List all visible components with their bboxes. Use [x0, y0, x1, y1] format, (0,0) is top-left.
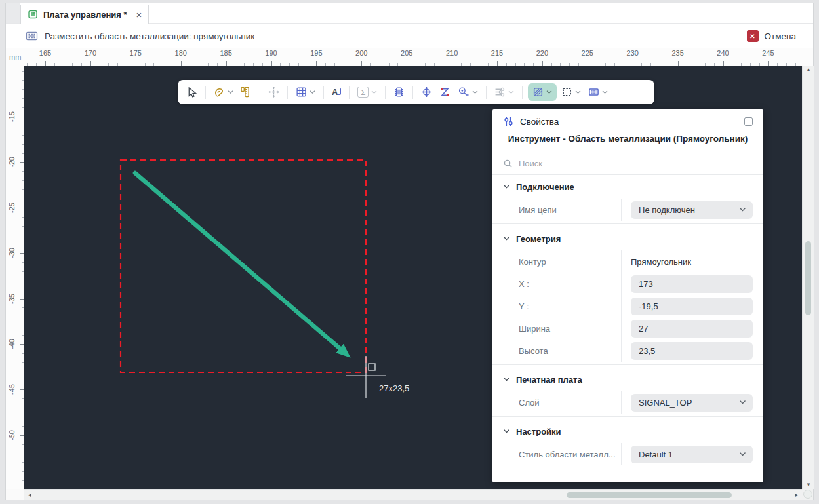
ruler-tick-label: 165: [39, 49, 51, 57]
dropdown-value: Не подключен: [639, 205, 739, 215]
property-label: Высота: [492, 339, 621, 362]
bottom-left-corner: [6, 489, 24, 500]
section-settings[interactable]: Настройки: [492, 419, 763, 443]
trace-inspect-tool-button[interactable]: [455, 83, 481, 101]
property-control-cell: Не подключен: [621, 199, 763, 221]
section-connection[interactable]: Подключение: [492, 175, 763, 199]
layer-transition-tool-button[interactable]: [437, 83, 453, 101]
property-row-y: Y :: [492, 295, 763, 317]
ruler-major-tick: [768, 61, 769, 66]
ruler-major-tick: [20, 253, 24, 254]
horizontal-scrollbar[interactable]: ◄ ►: [24, 489, 802, 500]
tool-context-title: Инструмент - Область металлизации (Прямо…: [492, 134, 763, 152]
cutout-tool-button[interactable]: [559, 83, 584, 101]
formula-tool-button[interactable]: Σ: [355, 83, 380, 101]
property-row-contour: Контур Прямоугольник: [492, 250, 763, 273]
component-tool-button[interactable]: [391, 83, 407, 101]
ruler-tick-label: -30: [8, 244, 16, 262]
vertical-scrollbar[interactable]: ▲ ▼: [802, 66, 814, 489]
pour-style-dropdown[interactable]: Default 1: [631, 446, 753, 463]
select-cursor-icon: [186, 87, 197, 98]
property-label: Ширина: [492, 317, 621, 339]
ruler-tick-label: 180: [175, 49, 187, 57]
tab-close-icon[interactable]: ×: [136, 10, 142, 20]
sigma-icon: Σ: [357, 87, 369, 98]
board-region-tool-button[interactable]: [586, 83, 610, 101]
scroll-left-arrow-icon[interactable]: ◄: [27, 490, 32, 500]
properties-header: Свойства: [492, 109, 763, 134]
tab-label: Плата управления *: [43, 10, 127, 20]
ruler-major-tick: [20, 208, 24, 208]
section-pcb[interactable]: Печатная плата: [492, 368, 763, 391]
pcb-canvas[interactable]: 27x23,5: [24, 66, 802, 489]
search-icon: [503, 159, 513, 168]
toolbar-separator: [205, 86, 206, 99]
ruler-major-tick: [20, 162, 24, 163]
contour-value: Прямоугольник: [631, 257, 691, 267]
pin-panel-checkbox[interactable]: [744, 117, 753, 126]
property-row-pour-style: Стиль области металл... Default 1: [492, 443, 763, 465]
tab-board[interactable]: Плата управления * ×: [20, 5, 149, 24]
search-input[interactable]: [519, 159, 753, 168]
copper-pour-icon: [532, 87, 544, 98]
copper-pour-command-icon: [26, 31, 38, 41]
scroll-up-arrow-icon[interactable]: ▲: [803, 67, 814, 73]
property-control-cell: [621, 339, 763, 362]
main-area: -15-20-25-30-35-40-45-50 27x23,5: [6, 66, 813, 489]
select-tool-button[interactable]: [184, 83, 200, 101]
ruler-tick-label: 175: [130, 49, 142, 57]
chevron-down-icon: [739, 452, 746, 457]
grid-tool-button[interactable]: [293, 83, 318, 101]
ruler-tick-label: 205: [401, 49, 412, 57]
toolbar-separator: [522, 86, 523, 99]
scroll-right-arrow-icon[interactable]: ►: [794, 490, 799, 500]
ruler-major-tick: [226, 61, 227, 66]
net-filter-icon: [494, 87, 506, 98]
ruler-tick-label: -40: [8, 336, 16, 353]
text-tool-button[interactable]: A: [329, 84, 344, 101]
x-input[interactable]: [631, 275, 753, 293]
ruler-major-tick: [361, 61, 362, 66]
measure-tool-button[interactable]: [238, 83, 254, 101]
route-tool-button[interactable]: [211, 83, 236, 101]
net-filter-tool-button[interactable]: [492, 83, 517, 101]
properties-search[interactable]: [492, 152, 763, 175]
scroll-down-arrow-icon[interactable]: ▼: [803, 482, 814, 488]
ruler-major-tick: [407, 61, 407, 66]
property-label: Имя цепи: [492, 199, 621, 221]
property-label: Слой: [492, 391, 621, 414]
cancel-button[interactable]: ✕ Отмена: [747, 30, 796, 42]
height-input[interactable]: [631, 342, 753, 360]
horizontal-scrollbar-thumb[interactable]: [567, 492, 732, 498]
ruler-tick-label: 185: [220, 49, 231, 57]
section-label: Геометрия: [516, 234, 561, 244]
chevron-down-icon: [472, 90, 478, 94]
vertical-scrollbar-thumb[interactable]: [805, 241, 811, 315]
ruler-major-tick: [20, 344, 24, 345]
ruler-tick-label: -45: [8, 381, 16, 398]
property-control-cell: Прямоугольник: [621, 250, 763, 273]
cancel-x-icon: ✕: [747, 30, 759, 42]
tab-bar: Плата управления * ×: [6, 3, 813, 24]
layer-dropdown[interactable]: SIGNAL_TOP: [631, 394, 753, 412]
ruler-major-tick: [316, 61, 317, 66]
via-tool-button[interactable]: [418, 83, 435, 101]
width-input[interactable]: [631, 320, 753, 338]
copper-pour-tool-button[interactable]: [528, 83, 557, 101]
section-label: Печатная плата: [516, 375, 582, 385]
section-geometry[interactable]: Геометрия: [492, 227, 763, 250]
net-name-dropdown[interactable]: Не подключен: [631, 201, 753, 219]
ruler-major-tick: [723, 61, 724, 66]
move-tool-button[interactable]: [266, 83, 282, 101]
tab-bar-edge: [6, 3, 20, 23]
property-control-cell: [621, 295, 763, 317]
scrollbar-corner: [802, 489, 813, 500]
ruler-major-tick: [90, 61, 91, 66]
measure-ruler-icon: [241, 87, 252, 98]
property-label: Стиль области металл...: [492, 443, 621, 465]
ruler-tick-label: 240: [717, 49, 729, 57]
y-input[interactable]: [631, 298, 753, 315]
resize-grip-icon[interactable]: [803, 490, 812, 499]
chevron-down-icon: [503, 184, 510, 189]
ruler-tick-label: -20: [8, 153, 16, 170]
